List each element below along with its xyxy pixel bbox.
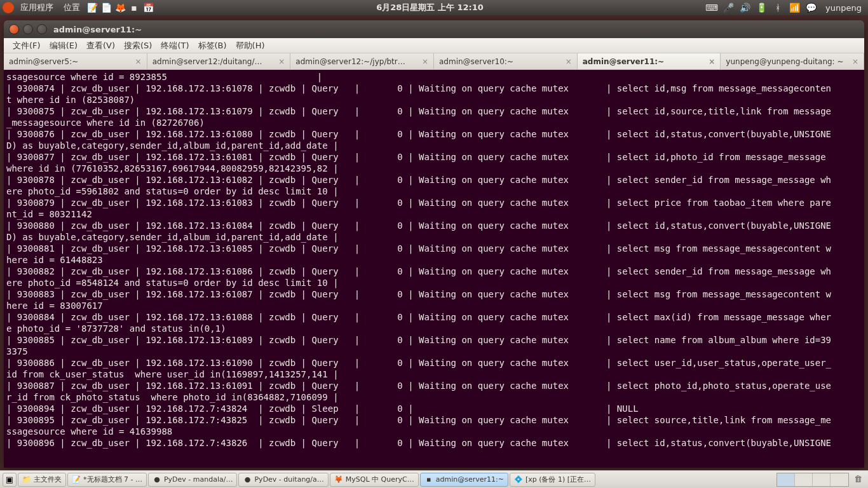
menu-terminal[interactable]: 终端(T) bbox=[157, 39, 193, 53]
terminal-tab-3[interactable]: admin@server10:~× bbox=[434, 53, 578, 69]
terminal-line: here id = 83007617 bbox=[6, 300, 862, 311]
gnome-top-panel: 应用程序 位置 📝 📄 🦊 ▪ 📅 6月28日星期五 上午 12:10 ⌨ 🎤 … bbox=[0, 0, 868, 15]
terminal-line: | 9300884 | zcw_db_user | 192.168.172.13… bbox=[6, 311, 862, 323]
trash-icon[interactable]: 🗑 bbox=[854, 474, 865, 485]
terminal-line: | 9300879 | zcw_db_user | 192.168.172.13… bbox=[6, 197, 862, 208]
terminal-line: e photo_id = '8737728' and status in(0,1… bbox=[6, 323, 862, 334]
show-desktop-icon: ▣ bbox=[6, 475, 13, 484]
terminal-line: | 9300883 | zcw_db_user | 192.168.172.13… bbox=[6, 288, 862, 300]
menu-edit[interactable]: 编辑(E) bbox=[46, 39, 81, 53]
gedit-launcher-icon[interactable]: 📝 bbox=[86, 2, 98, 13]
maximize-button[interactable] bbox=[37, 24, 47, 34]
terminal-line: | 9300886 | zcw_db_user | 192.168.172.13… bbox=[6, 357, 862, 369]
terminal-line: nt_id = 80321142 bbox=[6, 208, 862, 220]
menu-file[interactable]: 文件(F) bbox=[9, 39, 44, 53]
tomboy-launcher-icon[interactable]: 📄 bbox=[100, 2, 112, 13]
taskbar-item-1[interactable]: 📝*无标题文档 7 - … bbox=[67, 473, 147, 487]
terminal-line: | 9300882 | zcw_db_user | 192.168.172.13… bbox=[6, 266, 862, 277]
clock[interactable]: 6月28日星期五 上午 12:10 bbox=[154, 2, 706, 13]
window-titlebar[interactable]: admin@server11:~ bbox=[4, 20, 864, 38]
terminal-tabsbar: admin@server5:~×admin@server12:/duitang/… bbox=[4, 53, 864, 70]
task-label: MySQL 中 QueryC… bbox=[346, 475, 414, 484]
terminal-line: | 9300896 | zcw_db_user | 192.168.172.7:… bbox=[6, 437, 862, 449]
task-label: admin@server11:~ bbox=[436, 475, 504, 484]
menu-tabs[interactable]: 标签(B) bbox=[194, 39, 231, 53]
task-icon: 📁 bbox=[22, 475, 31, 484]
microphone-icon[interactable]: 🎤 bbox=[722, 2, 734, 13]
taskbar-item-0[interactable]: 📁主文件夹 bbox=[18, 473, 66, 487]
ubuntu-logo-icon[interactable] bbox=[3, 2, 14, 13]
input-method-icon[interactable]: ⌨ bbox=[706, 2, 717, 13]
taskbar-item-3[interactable]: ●PyDev - duitang/a… bbox=[238, 473, 328, 487]
menu-help[interactable]: 帮助(H) bbox=[232, 39, 269, 53]
terminal-line: _messagesource where id in (82726706) bbox=[6, 117, 862, 128]
user-menu[interactable]: yunpeng bbox=[822, 3, 865, 13]
firefox-launcher-icon[interactable]: 🦊 bbox=[114, 2, 126, 13]
terminal-line: ere photo_id =8548124 and status=0 order… bbox=[6, 277, 862, 288]
taskbar-item-6[interactable]: 💠[xp (备份 1) [正在… bbox=[510, 473, 595, 487]
tab-label: admin@server11:~ bbox=[583, 57, 664, 66]
terminal-line: | 9300876 | zcw_db_user | 192.168.172.13… bbox=[6, 128, 862, 140]
task-label: *无标题文档 7 - … bbox=[83, 475, 142, 484]
applications-menu[interactable]: 应用程序 bbox=[17, 2, 57, 13]
bluetooth-icon[interactable]: ᚼ bbox=[772, 2, 783, 13]
terminal-line: here id = 61448823 bbox=[6, 254, 862, 266]
terminal-line: | 9300875 | zcw_db_user | 192.168.172.13… bbox=[6, 105, 862, 117]
terminal-tab-1[interactable]: admin@server12:/duitang/…× bbox=[147, 53, 291, 69]
taskbar-item-5[interactable]: ▪admin@server11:~ bbox=[420, 473, 508, 487]
battery-icon[interactable]: 🔋 bbox=[756, 2, 767, 13]
task-icon: 💠 bbox=[514, 475, 523, 484]
terminal-line: ere photo_id =5961802 and status=0 order… bbox=[6, 186, 862, 197]
minimize-button[interactable] bbox=[23, 24, 33, 34]
close-icon[interactable]: × bbox=[562, 57, 572, 66]
menu-search[interactable]: 搜索(S) bbox=[120, 39, 156, 53]
workspace-4[interactable] bbox=[831, 473, 848, 486]
terminal-line: where id in (77610352,82653167,69617944,… bbox=[6, 163, 862, 174]
tab-label: yunpeng@yunpeng-duitang: ~ bbox=[726, 57, 843, 66]
close-icon[interactable]: × bbox=[848, 57, 858, 66]
window-title: admin@server11:~ bbox=[53, 25, 142, 34]
terminal-content[interactable]: ssagesource where id = 8923855 || 930087… bbox=[4, 70, 864, 468]
terminal-line: D) as buyable,category,sender_id,album_i… bbox=[6, 140, 862, 151]
taskbar-item-4[interactable]: 🦊MySQL 中 QueryC… bbox=[330, 473, 419, 487]
task-icon: 📝 bbox=[72, 475, 81, 484]
calendar-launcher-icon[interactable]: 📅 bbox=[142, 2, 154, 13]
terminal-tab-4[interactable]: admin@server11:~× bbox=[578, 53, 721, 69]
terminal-line: r_id from ck_photo_status where photo_id… bbox=[6, 391, 862, 403]
terminal-line: | 9300878 | zcw_db_user | 192.168.172.13… bbox=[6, 174, 862, 186]
task-label: [xp (备份 1) [正在… bbox=[526, 475, 591, 484]
terminal-tab-5[interactable]: yunpeng@yunpeng-duitang: ~× bbox=[721, 53, 864, 69]
tab-label: admin@server10:~ bbox=[439, 57, 513, 66]
messaging-icon[interactable]: 💬 bbox=[805, 2, 817, 13]
close-icon[interactable]: × bbox=[418, 57, 428, 66]
places-menu[interactable]: 位置 bbox=[60, 2, 84, 13]
terminal-line: | 9300874 | zcw_db_user | 192.168.172.13… bbox=[6, 83, 862, 94]
network-icon[interactable]: 📶 bbox=[789, 2, 800, 13]
close-icon[interactable]: × bbox=[705, 57, 715, 66]
task-icon: ▪ bbox=[424, 475, 433, 484]
terminal-line: id from ck_user_status where user_id in(… bbox=[6, 369, 862, 380]
terminal-line: | 9300894 | zcw_db_user | 192.168.172.7:… bbox=[6, 403, 862, 414]
task-icon: 🦊 bbox=[334, 475, 343, 484]
terminal-line: 3375 bbox=[6, 346, 862, 357]
show-desktop-button[interactable]: ▣ bbox=[3, 473, 17, 487]
terminal-launcher-icon[interactable]: ▪ bbox=[128, 2, 140, 13]
close-button[interactable] bbox=[9, 24, 19, 34]
terminal-tab-0[interactable]: admin@server5:~× bbox=[4, 53, 147, 69]
task-icon: ● bbox=[153, 475, 161, 484]
terminal-line: | 9300880 | zcw_db_user | 192.168.172.13… bbox=[6, 220, 862, 231]
workspace-1[interactable] bbox=[777, 473, 795, 486]
workspace-switcher[interactable] bbox=[776, 473, 849, 487]
terminal-line: | 9300895 | zcw_db_user | 192.168.172.7:… bbox=[6, 414, 862, 426]
volume-icon[interactable]: 🔊 bbox=[739, 2, 750, 13]
workspace-2[interactable] bbox=[795, 473, 813, 486]
workspace-3[interactable] bbox=[813, 473, 831, 486]
taskbar-item-2[interactable]: ●PyDev - mandala/… bbox=[148, 473, 238, 487]
close-icon[interactable]: × bbox=[132, 57, 142, 66]
terminal-line: t where id in (82538087) bbox=[6, 94, 862, 105]
menu-view[interactable]: 查看(V) bbox=[83, 39, 119, 53]
terminal-tab-2[interactable]: admin@server12:~/jyp/btr…× bbox=[290, 53, 434, 69]
terminal-line: | 9300887 | zcw_db_user | 192.168.172.13… bbox=[6, 380, 862, 391]
terminal-line: ssagesource where id = 8923855 | bbox=[6, 71, 862, 83]
close-icon[interactable]: × bbox=[275, 57, 285, 66]
